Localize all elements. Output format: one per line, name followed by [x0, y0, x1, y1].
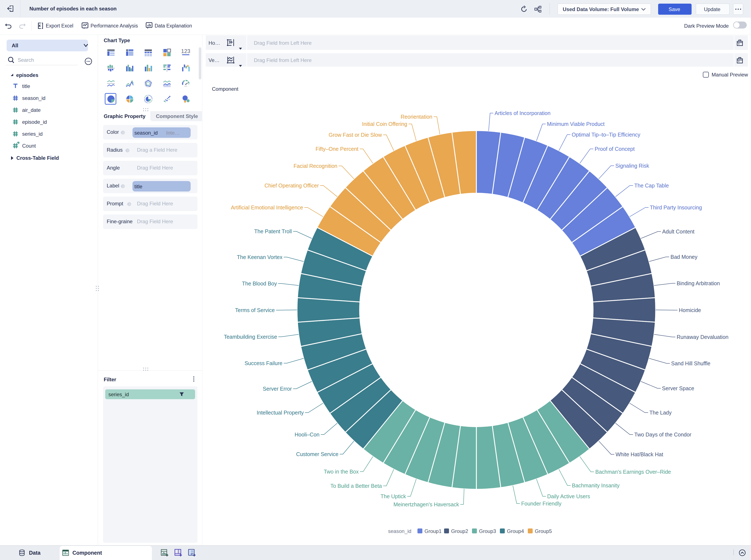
svg-text:Bad Money: Bad Money	[670, 254, 697, 260]
svg-text:Proof of Concept: Proof of Concept	[595, 146, 635, 152]
svg-text:Adult Content: Adult Content	[662, 228, 694, 235]
svg-text:Success Failure: Success Failure	[244, 360, 282, 366]
svg-text:The Patent Troll: The Patent Troll	[254, 228, 292, 234]
svg-text:The Blood Boy: The Blood Boy	[242, 281, 277, 286]
svg-text:Runaway Devaluation: Runaway Devaluation	[677, 334, 728, 340]
svg-text:The Uptick: The Uptick	[381, 493, 406, 499]
svg-text:Bachmanity Insanity: Bachmanity Insanity	[572, 482, 620, 488]
svg-text:Third Party Insourcing: Third Party Insourcing	[650, 204, 702, 211]
svg-text:Grow Fast or Die Slow: Grow Fast or Die Slow	[329, 132, 382, 138]
svg-text:Bachman's Earnings Over–Ride: Bachman's Earnings Over–Ride	[595, 469, 671, 475]
svg-text:Teambuilding Exercise: Teambuilding Exercise	[224, 334, 277, 340]
svg-text:Binding Arbitration: Binding Arbitration	[677, 280, 720, 286]
svg-text:Facial Recognition: Facial Recognition	[293, 163, 338, 169]
svg-text:Sand Hill Shuffle: Sand Hill Shuffle	[671, 360, 710, 366]
svg-text:Customer Service: Customer Service	[296, 451, 339, 457]
svg-text:Artificial Emotional Intellige: Artificial Emotional Intelligence	[231, 204, 303, 211]
svg-text:Homicide: Homicide	[679, 307, 701, 313]
svg-text:White Hat/Black Hat: White Hat/Black Hat	[615, 452, 663, 457]
svg-text:Reorientation: Reorientation	[401, 114, 432, 120]
svg-text:Chief Operating Officer: Chief Operating Officer	[265, 183, 319, 188]
svg-text:The Lady: The Lady	[649, 409, 672, 416]
svg-text:Articles of Incorporation: Articles of Incorporation	[494, 110, 551, 116]
svg-text:The Keenan Vortex: The Keenan Vortex	[237, 254, 283, 260]
svg-text:Server Space: Server Space	[662, 385, 694, 391]
svg-text:Two in the Box: Two in the Box	[324, 468, 359, 475]
svg-text:Fifty–One Percent: Fifty–One Percent	[316, 146, 359, 152]
svg-text:The Cap Table: The Cap Table	[634, 183, 669, 188]
svg-text:Hooli–Con: Hooli–Con	[295, 432, 320, 438]
svg-text:Meinertzhagen's Haversack: Meinertzhagen's Haversack	[393, 501, 459, 507]
svg-text:Terms of Service: Terms of Service	[235, 307, 275, 313]
svg-text:Daily Active Users: Daily Active Users	[547, 493, 590, 499]
svg-text:Initial Coin Offering: Initial Coin Offering	[362, 121, 407, 127]
svg-text:To Build a Better Beta: To Build a Better Beta	[330, 483, 382, 489]
svg-text:Founder Friendly: Founder Friendly	[521, 501, 562, 506]
svg-text:Minimum Viable Product: Minimum Viable Product	[547, 121, 605, 127]
svg-text:Signaling Risk: Signaling Risk	[615, 163, 649, 169]
svg-text:Intellectual Property: Intellectual Property	[257, 409, 304, 416]
svg-text:Optimal Tip–to–Tip Efficiency: Optimal Tip–to–Tip Efficiency	[572, 132, 641, 138]
svg-text:Two Days of the Condor: Two Days of the Condor	[634, 432, 691, 438]
svg-text:Server Error: Server Error	[263, 386, 292, 392]
